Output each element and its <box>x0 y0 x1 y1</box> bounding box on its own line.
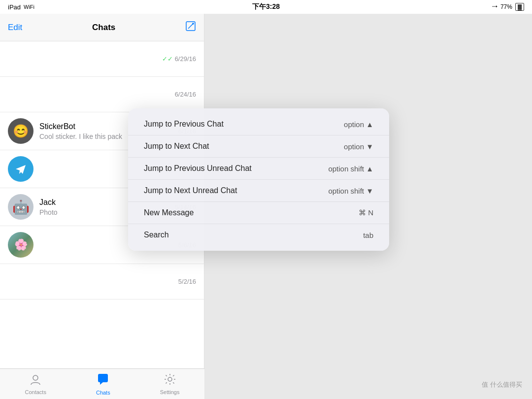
battery-icon: ▓ <box>515 3 524 11</box>
tab-contacts[interactable]: Contacts <box>25 373 46 395</box>
settings-icon <box>164 373 176 388</box>
avatar: 😊 <box>8 118 33 144</box>
avatar: 🤖 <box>8 194 33 220</box>
svg-point-6 <box>168 377 172 381</box>
status-right: ⭢ 77% ▓ <box>492 3 524 11</box>
status-bar: iPad WiFi 下午3:28 ⭢ 77% ▓ <box>0 0 532 14</box>
tab-bar: Contacts Chats Settings <box>0 368 204 399</box>
ipad-label: iPad <box>8 3 21 11</box>
avatar-emoji: 😊 <box>13 124 29 139</box>
status-left: iPad WiFi <box>8 3 34 11</box>
chats-title: Chats <box>92 23 115 33</box>
shortcut-item: Jump to Previous Unread Chat option shif… <box>128 157 389 179</box>
shortcut-label: Jump to Previous Unread Chat <box>144 164 252 173</box>
list-item[interactable]: ✓✓ 6/29/16 <box>0 41 204 77</box>
battery-percent: 77% <box>500 3 512 10</box>
shortcut-popup: Jump to Previous Chat option ▲ Jump to N… <box>128 108 389 251</box>
tab-chats[interactable]: Chats <box>96 372 110 396</box>
contacts-label: Contacts <box>25 389 46 395</box>
chat-date: 6/24/16 <box>175 91 196 98</box>
shortcut-key: option ▼ <box>344 142 373 151</box>
shortcut-label: Search <box>144 231 169 239</box>
avatar: 🌸 <box>8 232 33 258</box>
shortcut-key: option shift ▲ <box>328 165 373 173</box>
list-item[interactable]: 5/2/16 <box>0 264 204 299</box>
shortcut-label: Jump to Next Chat <box>144 142 209 151</box>
avatar <box>8 156 33 182</box>
edit-button[interactable]: Edit <box>8 23 22 33</box>
shortcut-item: Jump to Next Chat option ▼ <box>128 135 389 157</box>
bluetooth-icon: ⭢ <box>492 3 498 10</box>
chat-date: 5/2/16 <box>178 278 196 285</box>
svg-point-5 <box>33 375 38 380</box>
tab-settings[interactable]: Settings <box>160 373 180 395</box>
shortcut-key: option shift ▼ <box>328 187 373 195</box>
shortcut-label: New Message <box>144 208 194 217</box>
shortcut-item: Jump to Next Unread Chat option shift ▼ <box>128 179 389 201</box>
status-time: 下午3:28 <box>252 2 280 11</box>
shortcut-label: Jump to Previous Chat <box>144 120 224 129</box>
svg-line-1 <box>188 27 190 29</box>
watermark: 值 什么值得买 <box>482 380 522 389</box>
shortcut-key: option ▲ <box>344 120 373 129</box>
chats-icon <box>96 372 110 388</box>
compose-button[interactable] <box>185 21 196 34</box>
wifi-icon: WiFi <box>24 4 34 10</box>
settings-label: Settings <box>160 389 180 395</box>
chat-date: ✓✓ 6/29/16 <box>162 55 196 63</box>
list-item[interactable]: 6/24/16 <box>0 77 204 112</box>
chats-tab-label: Chats <box>96 390 110 396</box>
contacts-icon <box>29 373 42 388</box>
shortcut-item: New Message ⌘ N <box>128 201 389 224</box>
svg-line-2 <box>190 24 193 27</box>
shortcut-item: Jump to Previous Chat option ▲ <box>128 113 389 135</box>
shortcut-key: tab <box>363 231 373 239</box>
shortcut-label: Jump to Next Unread Chat <box>144 186 237 195</box>
shortcut-key: ⌘ N <box>359 208 373 217</box>
chat-header: Edit Chats <box>0 14 204 41</box>
shortcut-item: Search tab <box>128 224 389 246</box>
